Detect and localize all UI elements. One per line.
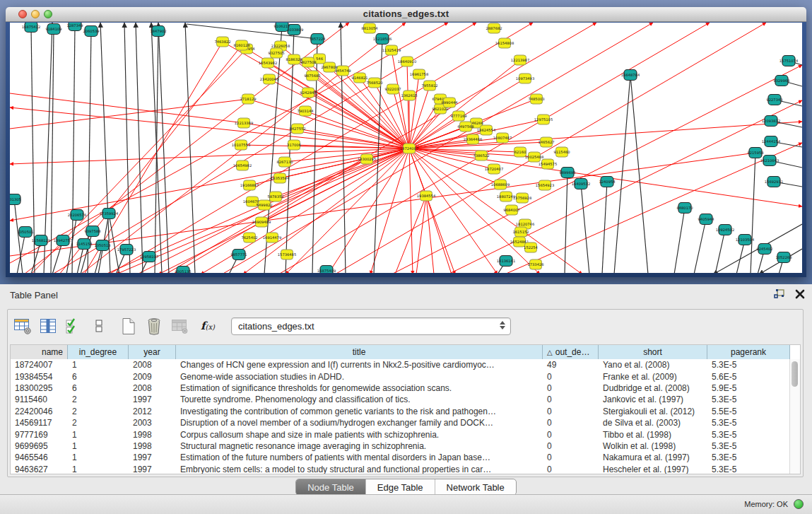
graph-node[interactable]: 13942757 [54,235,72,246]
function-builder-button[interactable]: f(x) [197,315,218,337]
graph-node[interactable]: 9875685 [304,71,320,81]
graph-node[interactable]: 10688609 [491,180,510,189]
graph-node[interactable]: 8160128 [233,40,249,50]
modify-table-button[interactable] [12,315,33,337]
graph-node[interactable]: 10654982 [233,160,252,170]
graph-node[interactable]: 9857771 [230,250,247,260]
table-row[interactable]: 911546021997Tourette syndrome. Phenomeno… [11,394,790,405]
table-row[interactable]: 969969511998Structural magnetic resonanc… [11,440,790,452]
network-window[interactable]: citations_edges.txt 18724007977716974626… [6,7,806,277]
citation-edge-black[interactable] [674,208,685,273]
graph-node[interactable]: 14136141 [497,256,515,267]
table-row[interactable]: 977716911998Corpus callosum shape and si… [11,428,790,440]
graph-node[interactable]: 7857224 [309,34,326,45]
tab-node-table[interactable]: Node Table [296,479,366,495]
citation-edge-black[interactable] [136,23,143,273]
citation-edge-black[interactable] [374,39,382,273]
table-row[interactable]: 1830029562008Estimation of significance … [11,382,790,394]
graph-node[interactable]: 18720407 [485,164,503,174]
graph-node[interactable]: 1145154 [76,239,93,250]
citation-edge-black[interactable] [341,23,346,273]
graph-node[interactable]: 8427552 [289,124,305,134]
graph-node[interactable]: 16154808 [495,38,514,48]
graph-node[interactable]: 8215958 [747,148,763,158]
graph-node[interactable]: 9184109 [45,24,61,35]
graph-node[interactable]: 18640910 [398,57,416,66]
graph-node[interactable]: 152254 [524,243,539,252]
graph-node[interactable]: 16543982 [259,58,277,68]
graph-node[interactable]: 15751074 [779,56,799,66]
graph-node[interactable]: 9305135 [175,267,191,274]
graph-node[interactable]: 16353594 [271,173,290,183]
column-header-pagerank[interactable]: pagerank [707,345,790,359]
citation-edge-red[interactable] [10,99,248,129]
citation-edge-black[interactable] [185,23,195,273]
citation-edge-black[interactable] [614,75,630,273]
graph-node[interactable]: 9899695 [559,168,575,178]
graph-node[interactable]: 15692931 [765,177,783,187]
table-row[interactable]: 1938455462009Genome-wide association stu… [11,370,790,382]
graph-node[interactable]: 17957223 [117,245,136,255]
column-header-in-degree[interactable]: in_degree [68,345,129,359]
graph-node[interactable]: 7568520 [366,78,382,88]
graph-node[interactable]: 7463822 [214,37,230,47]
graph-node[interactable]: 317006 [287,140,301,150]
citation-edge-red[interactable] [172,159,367,273]
graph-node[interactable]: 12444154 [762,136,781,147]
window-titlebar[interactable]: citations_edges.txt [6,7,806,22]
graph-node[interactable]: 9777169 [450,111,466,121]
graph-node[interactable]: 7485003 [528,94,544,104]
column-header-short[interactable]: short [599,345,707,359]
table-row[interactable]: 946362711997Embryonic stem cells: a mode… [11,464,790,474]
graph-node[interactable]: 1287349 [66,23,83,31]
citation-edge-black[interactable] [715,230,725,273]
graph-node[interactable]: 12093832 [762,116,780,127]
graph-node[interactable]: 20206576 [68,210,86,221]
row-height-button[interactable] [88,315,110,337]
graph-node[interactable]: 8267130 [276,157,293,167]
graph-node[interactable]: 16210643 [760,156,779,166]
graph-node[interactable]: 1052268 [775,252,792,263]
graph-node[interactable]: 7903144 [297,106,314,116]
graph-node[interactable]: 1465627 [538,137,554,147]
citation-edge-black[interactable] [630,75,648,273]
graph-node[interactable]: 2718129 [240,94,256,104]
graph-node[interactable]: 9242845 [300,88,316,98]
citation-edge-red[interactable] [328,148,409,273]
column-selector-button[interactable] [37,315,59,337]
vertical-scrollbar[interactable] [789,359,800,474]
graph-node[interactable]: 1847902 [150,26,166,37]
citation-edge-red[interactable] [10,107,409,148]
table-row[interactable]: 1872400712008Changes of HCN gene express… [11,359,790,370]
graph-node[interactable]: 10025488 [525,152,543,162]
graph-node[interactable]: 10107553 [232,140,250,150]
delete-table-button[interactable] [143,315,165,337]
float-window-icon[interactable] [773,288,785,300]
graph-node[interactable]: 9146821 [351,73,367,83]
graph-node[interactable]: 1350501 [17,227,33,238]
table-row[interactable]: 1456911722003Disruption of a novel membe… [11,417,790,428]
close-panel-icon[interactable] [795,289,805,299]
import-table-button[interactable] [169,315,190,337]
graph-node[interactable]: 7386522 [473,151,489,160]
graph-node[interactable]: 12213389 [235,118,253,128]
graph-node[interactable]: 9397588 [84,226,100,237]
graph-node[interactable]: 10924502 [716,225,734,235]
graph-node[interactable]: 8480170 [676,203,693,214]
citation-edge-black[interactable] [602,182,607,273]
graph-node[interactable]: 1240954 [599,177,616,187]
citation-edge-black[interactable] [124,23,130,273]
graph-node[interactable]: 9106217 [273,23,290,32]
column-header-year[interactable]: year [129,345,176,359]
column-header-out-degree[interactable]: △out_de… [543,345,599,359]
graph-node[interactable]: 19166887 [240,180,259,190]
graph-node[interactable]: 931305 [10,194,21,205]
graph-node[interactable]: 10973493 [516,74,534,83]
table-row[interactable]: 2242004622012Investigating the contribut… [11,406,790,417]
graph-node[interactable]: 8186328 [286,54,302,64]
citation-edge-black[interactable] [581,184,589,273]
table-selector-dropdown[interactable]: citations_edges.txt [231,317,511,335]
graph-node[interactable]: 7625402 [241,233,257,243]
graph-node[interactable]: 9684007 [503,205,519,215]
graph-node[interactable]: 9227343 [766,95,782,105]
